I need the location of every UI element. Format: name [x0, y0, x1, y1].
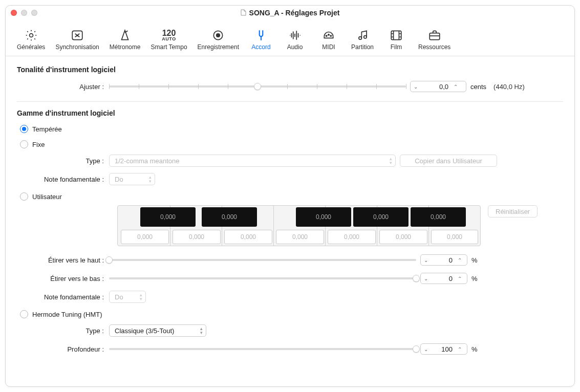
stretch-up-slider[interactable] — [109, 259, 416, 261]
root-select-2[interactable]: Do ▴▾ — [109, 291, 146, 303]
row-depth: Profondeur : ⌄ 100 ⌃ % — [17, 341, 563, 357]
svg-rect-9 — [391, 31, 401, 39]
chevron-up-icon[interactable]: ⌃ — [455, 257, 465, 263]
waveform-icon — [287, 28, 303, 42]
tab-partition[interactable]: Partition — [346, 22, 379, 53]
root-label: Note fondamentale : — [17, 176, 109, 183]
hmt-type-value: Classique (3/5-Tout) — [115, 327, 174, 335]
white-key[interactable]: 0,000 — [431, 230, 478, 244]
section-gamme-title: Gamme d'instrument logiciel — [17, 109, 563, 117]
row-hmt-type: Type : Classique (3/5-Tout) ▴▾ — [17, 323, 563, 338]
tab-midi[interactable]: MIDI — [312, 22, 346, 53]
gear-icon — [24, 28, 39, 42]
root-select[interactable]: Do ▴▾ — [109, 173, 155, 185]
radio-fixe-row[interactable]: Fixe — [20, 138, 563, 151]
row-stretch-down: Étirer vers le bas : ⌄ 0 ⌃ % — [17, 271, 563, 286]
radio-temperee-row[interactable]: Tempérée — [20, 122, 563, 136]
stretch-down-stepper[interactable]: ⌄ 0 ⌃ — [420, 273, 467, 284]
depth-slider[interactable] — [109, 348, 416, 350]
chevron-up-icon[interactable]: ⌃ — [455, 346, 465, 352]
white-key[interactable]: 0,000 — [173, 230, 221, 244]
briefcase-icon — [427, 28, 442, 42]
stretch-down-slider[interactable] — [109, 277, 416, 279]
chevron-up-icon[interactable]: ⌃ — [455, 276, 465, 281]
white-key[interactable]: 0,000 — [224, 230, 272, 244]
svg-point-5 — [328, 34, 329, 35]
project-settings-window: SONG_A - Réglages Projet Générales Synch… — [5, 5, 575, 387]
radio-temperee[interactable] — [20, 125, 28, 133]
tuning-fork-icon — [253, 28, 269, 42]
tuning-keyboard[interactable]: 0,000 0,000 0,000 0,000 0,000 0,000 0,00… — [117, 205, 481, 246]
tab-audio[interactable]: Audio — [278, 22, 312, 53]
chevron-updown-icon: ▴▾ — [149, 175, 152, 183]
white-key[interactable]: 0,000 — [379, 230, 427, 244]
svg-point-6 — [330, 35, 331, 36]
black-key[interactable]: 0,000 — [411, 207, 466, 227]
smart-tempo-icon: 120 AUTO — [161, 28, 177, 42]
tab-smart-tempo[interactable]: 120 AUTO Smart Tempo — [145, 22, 192, 53]
tab-label: Métronome — [110, 43, 141, 51]
film-icon — [389, 28, 404, 42]
black-key[interactable]: 0,000 — [353, 207, 409, 227]
tab-metronome[interactable]: Métronome — [104, 22, 146, 53]
tab-label: Smart Tempo — [151, 43, 187, 51]
radio-hmt-row[interactable]: Hermode Tuning (HMT) — [20, 308, 563, 321]
content-pane: Tonalité d'instrument logiciel Ajuster : — [6, 56, 574, 386]
radio-utilisateur-label: Utilisateur — [32, 193, 62, 201]
tab-film[interactable]: Film — [379, 22, 413, 53]
svg-point-3 — [217, 34, 220, 37]
chevron-down-icon[interactable]: ⌄ — [411, 84, 421, 90]
hmt-type-select[interactable]: Classique (3/5-Tout) ▴▾ — [109, 324, 206, 337]
tab-synchronisation[interactable]: Synchronisation — [50, 22, 104, 53]
type-select[interactable]: 1/2-comma meantone ▴▾ — [109, 155, 396, 167]
chevron-down-icon[interactable]: ⌄ — [421, 257, 431, 263]
chevron-updown-icon: ▴▾ — [140, 293, 142, 301]
white-key[interactable]: 0,000 — [328, 230, 376, 244]
tab-label: Accord — [251, 43, 270, 51]
tab-accord[interactable]: Accord — [244, 22, 278, 53]
tab-ressources[interactable]: Ressources — [413, 22, 456, 53]
ajuster-slider[interactable] — [109, 85, 406, 88]
tab-label: Ressources — [418, 43, 450, 51]
chevron-up-icon[interactable]: ⌃ — [450, 84, 461, 90]
black-key[interactable]: 0,000 — [140, 207, 196, 227]
copy-to-user-button[interactable]: Copier dans Utilisateur — [400, 155, 497, 167]
midi-icon — [321, 28, 336, 42]
tab-enregistrement[interactable]: Enregistrement — [192, 22, 244, 53]
tab-label: Générales — [17, 43, 45, 51]
row-ajuster: Ajuster : ⌄ 0,0 ⌃ — [17, 79, 563, 94]
record-icon — [210, 28, 226, 42]
smart-tempo-mode: AUTO — [162, 37, 176, 41]
percent-unit: % — [471, 275, 478, 282]
hmt-type-label: Type : — [17, 327, 109, 335]
white-key[interactable]: 0,000 — [121, 230, 169, 244]
black-key[interactable]: 0,000 — [202, 207, 257, 227]
depth-stepper[interactable]: ⌄ 100 ⌃ — [420, 343, 467, 355]
ajuster-stepper[interactable]: ⌄ 0,0 ⌃ — [410, 81, 466, 92]
row-stretch-up: Étirer vers le haut : ⌄ 0 ⌃ % — [17, 252, 563, 268]
radio-fixe[interactable] — [20, 140, 28, 148]
stretch-up-value: 0 — [431, 256, 455, 264]
radio-fixe-label: Fixe — [32, 141, 45, 148]
radio-hmt[interactable] — [20, 310, 28, 318]
chevron-updown-icon: ▴▾ — [390, 157, 392, 165]
reset-button-label: Réinitialiser — [496, 208, 530, 215]
tab-generales[interactable]: Générales — [12, 22, 50, 53]
black-key[interactable]: 0,000 — [296, 207, 351, 227]
white-key[interactable]: 0,000 — [276, 230, 324, 244]
ajuster-label: Ajuster : — [17, 83, 109, 91]
radio-utilisateur[interactable] — [20, 192, 28, 201]
reset-button[interactable]: Réinitialiser — [488, 205, 538, 217]
radio-utilisateur-row[interactable]: Utilisateur — [20, 190, 563, 203]
copy-button-label: Copier dans Utilisateur — [415, 157, 482, 165]
smart-tempo-bpm: 120 — [162, 29, 176, 37]
chevron-down-icon[interactable]: ⌄ — [421, 346, 431, 352]
chevron-down-icon[interactable]: ⌄ — [421, 276, 431, 281]
svg-rect-10 — [429, 33, 440, 40]
row-root-note: Note fondamentale : Do ▴▾ — [17, 171, 563, 187]
toolbar: Générales Synchronisation Métronome 120 … — [6, 20, 574, 56]
type-label: Type : — [17, 157, 109, 165]
stretch-up-stepper[interactable]: ⌄ 0 ⌃ — [420, 254, 467, 266]
notes-icon — [355, 28, 370, 42]
window-title: SONG_A - Réglages Projet — [6, 9, 574, 17]
